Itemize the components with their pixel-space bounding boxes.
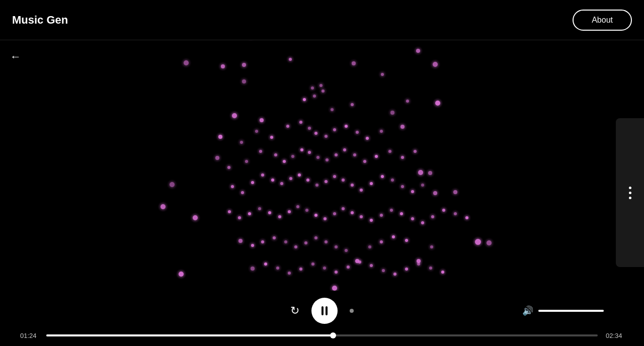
particle-dot bbox=[345, 249, 348, 252]
particle-dot bbox=[316, 156, 319, 159]
particle-dot bbox=[218, 135, 222, 139]
particle-dot bbox=[270, 136, 273, 139]
particle-dot bbox=[345, 125, 348, 128]
reload-button[interactable]: ↻ bbox=[290, 304, 299, 317]
particle-dot bbox=[417, 263, 420, 266]
particle-dot bbox=[303, 98, 306, 101]
particle-dot bbox=[325, 180, 328, 183]
particle-dot bbox=[381, 175, 384, 178]
particle-dot bbox=[259, 150, 262, 153]
particle-dot bbox=[380, 130, 383, 133]
progress-section: 01:24 02:34 bbox=[20, 332, 624, 339]
particle-dot bbox=[193, 215, 198, 220]
progress-bar[interactable] bbox=[46, 334, 598, 336]
particle-dot bbox=[380, 214, 383, 217]
particle-dot bbox=[401, 156, 404, 159]
particle-dot bbox=[342, 179, 345, 182]
particle-dot bbox=[405, 268, 408, 271]
particle-dot bbox=[313, 95, 316, 98]
particle-dot bbox=[416, 49, 420, 53]
back-button[interactable]: ← bbox=[10, 50, 21, 63]
particle-dot bbox=[245, 160, 248, 163]
particle-dot bbox=[421, 221, 424, 224]
volume-control: 🔊 bbox=[522, 305, 604, 316]
particle-dot bbox=[351, 184, 354, 187]
particle-dot bbox=[286, 125, 289, 128]
particle-dot bbox=[382, 269, 385, 272]
particle-dot bbox=[380, 240, 383, 243]
app-title: Music Gen bbox=[12, 14, 68, 27]
particle-dot bbox=[315, 184, 318, 187]
particle-dot bbox=[261, 240, 264, 243]
particle-dot bbox=[343, 148, 346, 151]
particle-dot bbox=[351, 103, 354, 106]
particle-dot bbox=[260, 118, 264, 122]
more-options-icon bbox=[629, 187, 631, 199]
arrow-left-icon: ← bbox=[10, 50, 21, 63]
particle-dot bbox=[323, 267, 326, 270]
particle-dot bbox=[319, 84, 323, 87]
particle-dot bbox=[299, 121, 302, 124]
particle-dot bbox=[390, 209, 393, 212]
particle-dot bbox=[251, 267, 255, 271]
controls-bar: ↻ 🔊 01:24 02:34 bbox=[0, 291, 644, 346]
particle-dot bbox=[314, 214, 317, 217]
particle-dot bbox=[401, 185, 404, 188]
particle-dot bbox=[333, 175, 336, 178]
particle-dot bbox=[242, 79, 246, 83]
particle-dot bbox=[308, 151, 311, 154]
volume-fill bbox=[538, 310, 604, 312]
particle-dot bbox=[411, 217, 414, 220]
about-button[interactable]: About bbox=[573, 10, 632, 31]
particle-dot bbox=[358, 261, 361, 264]
particle-dot bbox=[428, 171, 432, 175]
particle-dot bbox=[306, 179, 309, 182]
particle-dot bbox=[333, 212, 336, 215]
particle-dot bbox=[347, 266, 350, 269]
particle-dot bbox=[406, 100, 409, 103]
particle-dot bbox=[400, 125, 405, 129]
particle-dot bbox=[251, 244, 254, 247]
particle-dot bbox=[475, 239, 481, 245]
particle-dot bbox=[238, 216, 241, 219]
particle-dot bbox=[433, 62, 438, 67]
particle-dot bbox=[294, 245, 297, 248]
playback-controls: ↻ 🔊 bbox=[20, 298, 624, 324]
particle-dot bbox=[227, 166, 230, 169]
particle-dot bbox=[314, 132, 317, 135]
particle-dot bbox=[335, 271, 338, 274]
time-total: 02:34 bbox=[606, 332, 624, 339]
particle-dot bbox=[231, 185, 234, 188]
particle-dot bbox=[228, 210, 231, 213]
progress-thumb bbox=[330, 332, 336, 338]
particle-dot bbox=[342, 207, 345, 210]
particle-dot bbox=[453, 190, 457, 194]
side-panel[interactable] bbox=[616, 118, 644, 267]
particle-dot bbox=[314, 236, 317, 239]
volume-slider[interactable] bbox=[538, 310, 604, 312]
particle-dot bbox=[305, 209, 308, 212]
particle-dot bbox=[221, 64, 225, 68]
particle-dot bbox=[435, 101, 440, 106]
particle-dot bbox=[335, 245, 338, 248]
particle-dot bbox=[429, 267, 432, 270]
particle-dot bbox=[311, 263, 314, 266]
particle-dot bbox=[261, 174, 264, 177]
particle-dot bbox=[454, 212, 457, 215]
particle-dot bbox=[326, 158, 329, 161]
particle-dot bbox=[363, 160, 366, 163]
particle-dot bbox=[366, 137, 369, 140]
particle-dot bbox=[360, 189, 363, 192]
particle-dot bbox=[274, 153, 277, 156]
particle-dot bbox=[248, 212, 251, 215]
particle-dot bbox=[333, 128, 336, 131]
particle-dot bbox=[381, 73, 384, 76]
particle-dot bbox=[251, 181, 254, 184]
particle-dot bbox=[170, 182, 175, 187]
particle-dot bbox=[368, 245, 371, 248]
particle-dot bbox=[273, 236, 276, 239]
particle-dot bbox=[288, 210, 291, 213]
pause-button[interactable] bbox=[311, 298, 338, 324]
particle-dot bbox=[442, 209, 445, 212]
particle-dot bbox=[258, 207, 261, 210]
